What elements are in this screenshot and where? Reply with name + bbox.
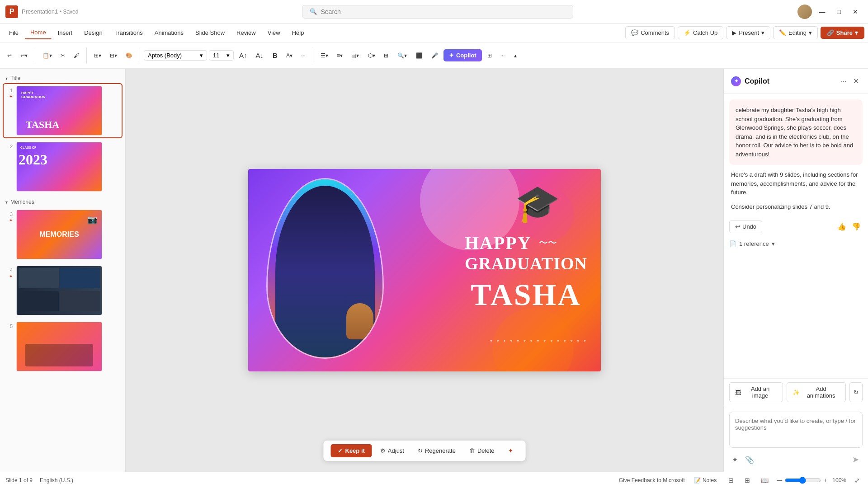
numbered-list-button[interactable]: ≡▾ (333, 50, 346, 61)
more-ribbon-button[interactable]: ··· (497, 50, 509, 61)
add-image-icon: 🖼 (735, 389, 741, 396)
slide-thumb-1[interactable]: 1 ✦ TASHA HAPPYGRADUATION (4, 84, 122, 137)
section-memories[interactable]: ▾ Memories (4, 196, 122, 208)
cut-button[interactable]: ✂ (57, 50, 69, 61)
shapes-button[interactable]: ⬡▾ (364, 50, 379, 61)
copilot-action-button[interactable]: ✦ (503, 444, 519, 457)
new-slide-button[interactable]: ⊞▾ (90, 50, 105, 61)
slide-preview-5 (16, 322, 102, 371)
menu-view[interactable]: View (262, 27, 286, 39)
thumbs-down-button[interactable]: 👎 (850, 221, 863, 233)
maximize-button[interactable]: □ (833, 5, 845, 18)
reference-bar[interactable]: 📄 1 reference ▾ (729, 239, 863, 249)
copilot-sparkle-button[interactable]: ✦ (729, 454, 741, 466)
menu-animations[interactable]: Animations (149, 27, 189, 39)
copilot-input-area: ✦ 📎 ➤ (724, 406, 868, 472)
bold-button[interactable]: B (269, 49, 281, 61)
font-selector[interactable]: Aptos (Body) ▾ (144, 50, 207, 61)
editing-button[interactable]: ✏️ Editing ▾ (773, 26, 818, 39)
comments-button[interactable]: 💬 Comments (625, 26, 675, 39)
statusbar-right: Give Feedback to Microsoft 📝 Notes ⊟ ⊞ 📖… (619, 475, 863, 485)
slide-thumb-5[interactable]: 5 (4, 320, 122, 373)
graduation-text: HAPPY 〜〜 GRADUATION TASHA (465, 232, 587, 313)
feedback-link[interactable]: Give Feedback to Microsoft (619, 477, 685, 483)
adjust-button[interactable]: ⚙ Adjust (375, 444, 410, 457)
fit-slide-button[interactable]: ⤢ (852, 475, 863, 485)
menu-file[interactable]: File (4, 27, 24, 39)
copilot-close-button[interactable]: ✕ (851, 75, 861, 87)
grid-view-button[interactable]: ⊞ (484, 50, 495, 61)
paste-button[interactable]: 📋▾ (39, 50, 56, 61)
redo-button[interactable]: ↩▾ (17, 50, 31, 61)
replace-button[interactable]: ⬛ (412, 50, 426, 61)
slide-thumb-3[interactable]: 3 ✦ MEMORIES 📷 (4, 208, 122, 261)
ribbon-sep-4 (313, 47, 313, 64)
add-animations-button[interactable]: ✨ Add animations (787, 382, 846, 402)
color-button[interactable]: A▾ (283, 50, 296, 61)
notes-button[interactable]: 📝 Notes (690, 475, 720, 485)
menu-review[interactable]: Review (231, 27, 261, 39)
input-tools: ✦ 📎 (729, 454, 757, 466)
slide-thumb-2[interactable]: 2 CLASS OF 2023 (4, 140, 122, 193)
align-button[interactable]: ▤▾ (348, 50, 363, 61)
undo-bar: ↩ Undo 👍 👎 (729, 220, 863, 233)
close-button[interactable]: ✕ (848, 5, 863, 18)
reading-view-button[interactable]: 📖 (758, 475, 771, 485)
arrange-button[interactable]: ⊞ (380, 50, 392, 61)
font-size-selector[interactable]: 11 ▾ (209, 50, 234, 61)
search-bar[interactable]: 🔍 (302, 5, 573, 19)
normal-view-button[interactable]: ⊟ (726, 475, 736, 485)
statusbar: Slide 1 of 9 English (U.S.) Give Feedbac… (0, 472, 868, 488)
add-image-button[interactable]: 🖼 Add an image (729, 382, 783, 402)
increase-font-button[interactable]: A↑ (236, 49, 251, 61)
minimize-button[interactable]: — (815, 5, 830, 18)
ribbon-collapse-button[interactable]: ▴ (510, 50, 520, 61)
menu-design[interactable]: Design (79, 27, 108, 39)
find-button[interactable]: 🔍▾ (394, 50, 410, 61)
share-dropdown-icon: ▾ (855, 29, 858, 36)
slide-star-icon-3: ✦ (9, 218, 13, 223)
catch-up-button[interactable]: ⚡ Catch Up (678, 26, 723, 39)
menu-home[interactable]: Home (25, 26, 52, 39)
copilot-send-button[interactable]: ➤ (849, 453, 863, 466)
format-painter[interactable]: 🖌 (70, 50, 83, 61)
search-input[interactable] (321, 8, 566, 15)
copilot-small-icon: ✦ (508, 447, 513, 454)
menu-slideshow[interactable]: Slide Show (190, 27, 230, 39)
editing-dropdown-icon: ▾ (809, 29, 812, 36)
section-title[interactable]: ▾ Title (4, 72, 122, 84)
ribbon-clipboard-group: 📋▾ ✂ 🖌 (39, 50, 83, 61)
ribbon-extra-group: ⬛ 🎤 (412, 50, 442, 61)
slide-preview-1: TASHA HAPPYGRADUATION (16, 86, 102, 136)
keep-it-button[interactable]: ✓ Keep it (330, 444, 372, 457)
regenerate-button[interactable]: ↻ Regenerate (412, 444, 461, 457)
copilot-input-field[interactable] (729, 412, 863, 448)
menu-help[interactable]: Help (287, 27, 310, 39)
share-button[interactable]: 🔗 Share ▾ (821, 27, 864, 39)
thumbs-up-button[interactable]: 👍 (835, 221, 848, 233)
refresh-button[interactable]: ↻ (849, 382, 863, 402)
present-button[interactable]: ▶ Present ▾ (726, 26, 770, 39)
design-button[interactable]: 🎨 (122, 50, 136, 61)
undo-button[interactable]: ↩ (4, 50, 15, 61)
more-button[interactable]: ··· (297, 50, 309, 61)
copilot-more-button[interactable]: ··· (839, 75, 849, 87)
decrease-font-button[interactable]: A↓ (252, 49, 268, 61)
copilot-ribbon-button[interactable]: ✦ Copilot (443, 49, 482, 61)
slide-sorter-button[interactable]: ⊞ (742, 475, 753, 485)
titlebar: P Presentation1 • Saved 🔍 — □ ✕ (0, 0, 868, 23)
comments-icon: 💬 (631, 29, 638, 36)
undo-button-copilot[interactable]: ↩ Undo (729, 220, 762, 233)
menu-insert[interactable]: Insert (52, 27, 78, 39)
zoom-slider[interactable] (785, 477, 821, 484)
copilot-header: ✦ Copilot ··· ✕ (724, 69, 868, 94)
menu-transitions[interactable]: Transitions (109, 27, 148, 39)
slide-thumb-4[interactable]: 4 ✦ (4, 264, 122, 317)
delete-button[interactable]: 🗑 Delete (464, 444, 500, 457)
bullet-list-button[interactable]: ☰▾ (317, 50, 332, 61)
layout-button[interactable]: ⊟▾ (106, 50, 121, 61)
copilot-header-right: ··· ✕ (839, 75, 861, 87)
copilot-attach-button[interactable]: 📎 (742, 454, 757, 466)
mic-button[interactable]: 🎤 (428, 50, 442, 61)
ribbon-undo-group: ↩ ↩▾ (4, 50, 31, 61)
